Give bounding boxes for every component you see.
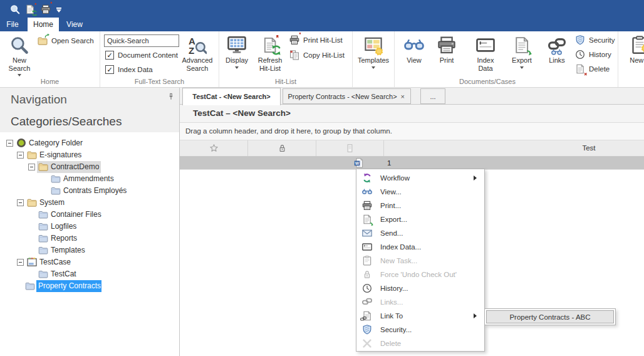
- menu-item-workflow[interactable]: Workflow: [356, 171, 484, 185]
- group-by-drop-zone[interactable]: Drag a column header, and drop it here, …: [180, 123, 644, 140]
- link-to-icon: [362, 311, 372, 321]
- tab-overflow[interactable]: ...: [420, 88, 445, 104]
- history-clock-icon: [575, 50, 585, 60]
- menu-item-force-undo-check-out: Force 'Undo Check Out': [356, 268, 484, 281]
- history-button[interactable]: History: [575, 49, 611, 60]
- tree-item-testcase[interactable]: TestCase: [0, 256, 179, 268]
- tree-item-testcat[interactable]: TestCat: [0, 268, 179, 280]
- category-icon: [38, 233, 48, 243]
- tree-item-contractdemo[interactable]: ContractDemo: [0, 161, 179, 173]
- tab-view[interactable]: View: [59, 18, 90, 31]
- printer-icon: [437, 34, 456, 56]
- tab-property-contracts-new-search[interactable]: Property Contracts - <New Search> ×: [283, 88, 411, 104]
- application-window: File Home View New Search Open Search Ho…: [0, 0, 644, 356]
- tree-item-reports[interactable]: Reports: [0, 233, 179, 244]
- dropdown-caret-icon: [520, 66, 524, 71]
- menu-item-view[interactable]: View...: [356, 185, 484, 199]
- tab-file[interactable]: File: [0, 18, 25, 31]
- copy-hit-list-icon: [289, 50, 299, 60]
- view-button[interactable]: View: [400, 33, 428, 65]
- tree-item-property-contracts[interactable]: Property Contracts: [0, 280, 179, 292]
- document-content-checkbox[interactable]: ✓ Document Content: [105, 51, 178, 60]
- submenu-arrow-icon: [474, 175, 479, 181]
- row-test-value: 1: [387, 157, 391, 169]
- category-icon: [38, 221, 48, 231]
- tree-item-category-folder[interactable]: Category Folder: [0, 137, 179, 149]
- ribbon-group-new-task: New T: [618, 31, 644, 87]
- copy-hitlist-button[interactable]: Copy Hit-List: [289, 50, 345, 61]
- menu-item-delete: Delete: [356, 337, 484, 350]
- context-menu: Workflow View... Print... Export... Send…: [356, 169, 485, 352]
- tree-item-logfiles[interactable]: Logfiles: [0, 221, 179, 233]
- links-button[interactable]: Links: [541, 33, 573, 65]
- menu-item-history[interactable]: History...: [356, 281, 484, 295]
- tree-item-ammendments[interactable]: Ammendments: [0, 173, 179, 185]
- templates-button[interactable]: Templates: [355, 33, 392, 71]
- index-data-icon: [362, 242, 372, 252]
- quick-access-search-icon[interactable]: [9, 4, 21, 15]
- printer-icon: [362, 201, 372, 211]
- menu-item-print[interactable]: Print...: [356, 199, 484, 212]
- menu-item-security[interactable]: Security...: [356, 323, 484, 337]
- tree-item-contrats-employes[interactable]: Contrats Employés: [0, 185, 179, 197]
- column-header-favorite[interactable]: [180, 140, 248, 156]
- new-search-button[interactable]: New Search: [4, 33, 35, 78]
- index-data-button[interactable]: Index Data: [470, 33, 501, 72]
- group-label-hitlist: Hit-List: [219, 78, 352, 85]
- menu-item-send[interactable]: Send...: [356, 226, 484, 240]
- tree-item-e-signatures[interactable]: E-signatures: [0, 149, 179, 161]
- ribbon-group-fulltext-search: ✓ Document Content ✓ Index Data Advanced…: [100, 31, 219, 87]
- print-button[interactable]: Print: [432, 33, 461, 65]
- refresh-hitlist-button[interactable]: Refresh Hit-List: [253, 33, 287, 72]
- column-header-file-type[interactable]: [316, 140, 384, 156]
- collapse-expander-icon[interactable]: [6, 140, 13, 147]
- print-hitlist-button[interactable]: Print Hit-List: [289, 34, 343, 46]
- collapse-expander-icon[interactable]: [17, 152, 24, 159]
- history-clock-icon: [362, 283, 372, 293]
- dropdown-caret-icon: [371, 66, 375, 71]
- close-tab-icon[interactable]: ×: [401, 89, 405, 105]
- collapse-expander-icon[interactable]: [17, 259, 24, 266]
- ribbon-group-home: New Search Open Search Home: [0, 31, 100, 87]
- export-button[interactable]: Export: [506, 33, 538, 71]
- tree-item-container-files[interactable]: Container Files: [0, 209, 179, 221]
- links-chain-icon: [548, 34, 566, 56]
- collapse-expander-icon[interactable]: [28, 164, 35, 170]
- collapse-expander-icon[interactable]: [17, 199, 24, 206]
- tab-home[interactable]: Home: [28, 18, 59, 31]
- menu-item-index-data[interactable]: Index Data...: [356, 240, 484, 254]
- display-button[interactable]: Display: [222, 33, 252, 71]
- delete-button[interactable]: Delete: [575, 63, 610, 75]
- tree-item-system[interactable]: System: [0, 197, 179, 209]
- search-heading-bar: TestCat – <New Search>: [180, 105, 644, 123]
- export-icon: [513, 34, 531, 56]
- category-icon: [25, 281, 35, 291]
- group-by-hint: Drag a column header, and drop it here, …: [185, 123, 392, 140]
- index-data-checkbox[interactable]: ✓ Index Data: [105, 65, 153, 74]
- send-envelope-icon: [362, 228, 372, 238]
- customize-quick-access-caret-icon[interactable]: [56, 8, 62, 13]
- quick-search-input[interactable]: [104, 34, 179, 47]
- quick-access-refresh-hit-list-icon[interactable]: [24, 4, 36, 15]
- menu-item-link-to[interactable]: Link To: [356, 309, 484, 323]
- tree-item-templates[interactable]: Templates: [0, 244, 179, 256]
- new-search-icon: [10, 34, 29, 56]
- tab-testcat-new-search[interactable]: TestCat - <New Search>: [182, 88, 281, 105]
- submenu-item-property-contracts-abc[interactable]: Property Contracts - ABC: [486, 310, 614, 323]
- ribbon-tab-row: File Home View: [0, 18, 644, 31]
- menu-item-export[interactable]: Export...: [356, 212, 484, 226]
- open-search-button[interactable]: Open Search: [38, 35, 94, 46]
- column-header-test[interactable]: Test: [384, 140, 644, 156]
- new-task-icon: [630, 34, 644, 56]
- quick-access-print-hit-list-icon[interactable]: [40, 4, 51, 15]
- pin-icon[interactable]: [167, 93, 175, 102]
- column-header-lock[interactable]: [248, 140, 316, 156]
- navigation-panel: Navigation Categories/Searches Category …: [0, 88, 180, 356]
- security-button[interactable]: Security: [575, 34, 615, 46]
- category-icon: [38, 269, 48, 279]
- new-task-button[interactable]: New T: [621, 33, 644, 65]
- hit-list-row-selected[interactable]: 1: [180, 157, 644, 170]
- advanced-search-button[interactable]: Advanced Search: [179, 33, 216, 72]
- document-tab-strip: TestCat - <New Search> Property Contract…: [180, 88, 644, 105]
- star-icon: [209, 144, 219, 153]
